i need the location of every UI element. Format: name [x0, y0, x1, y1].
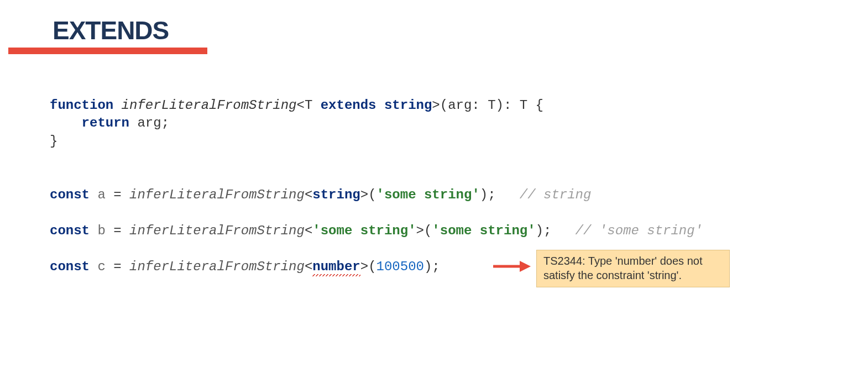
keyword-extends: extends	[321, 98, 377, 113]
function-name: inferLiteralFromString	[113, 98, 296, 113]
number-literal: 100500	[377, 259, 424, 274]
error-tooltip: TS2344: Type 'number' does not satisfy t…	[536, 250, 730, 287]
svg-marker-1	[520, 261, 531, 272]
comment-b: // 'some string'	[551, 223, 703, 238]
type-arg-literal: 'some string'	[312, 223, 416, 238]
var-c: c	[90, 259, 113, 274]
title-underline	[8, 48, 207, 54]
keyword-return: return	[82, 116, 129, 130]
keyword-const: const	[50, 259, 90, 274]
signature-tail: >(arg: T): T {	[432, 98, 543, 113]
call-fn: inferLiteralFromString	[129, 223, 305, 238]
code-block: function inferLiteralFromString<T extend…	[50, 97, 703, 276]
var-a: a	[90, 187, 113, 202]
generic-open: <T	[296, 98, 320, 113]
call-fn: inferLiteralFromString	[129, 259, 305, 274]
call-fn: inferLiteralFromString	[129, 187, 305, 202]
string-literal: 'some string'	[377, 187, 480, 202]
arrow-right-icon	[492, 260, 531, 273]
keyword-const: const	[50, 187, 90, 202]
comment-a: // string	[496, 187, 592, 202]
string-literal: 'some string'	[432, 223, 535, 238]
type-arg-string: string	[312, 187, 360, 202]
close-brace: }	[50, 134, 57, 149]
var-b: b	[90, 223, 113, 238]
type-arg-number-error: number	[312, 259, 360, 276]
slide-header: EXTENDS	[8, 15, 207, 54]
return-expr: arg;	[129, 116, 169, 130]
slide-title: EXTENDS	[8, 15, 207, 45]
error-text: TS2344: Type 'number' does not satisfy t…	[543, 255, 702, 281]
keyword-const: const	[50, 223, 90, 238]
keyword-function: function	[50, 98, 113, 113]
type-string: string	[384, 98, 432, 113]
